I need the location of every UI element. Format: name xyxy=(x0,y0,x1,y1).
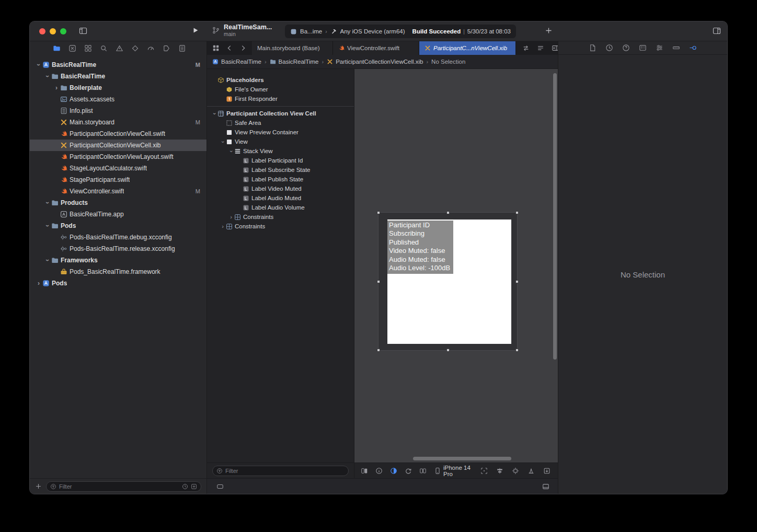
toggle-inspector-icon[interactable] xyxy=(713,27,721,35)
file-row[interactable]: ›Pods xyxy=(30,277,207,289)
debug-icon[interactable] xyxy=(147,44,155,52)
file-row[interactable]: Info.plist xyxy=(30,105,207,117)
disclosure-chevron[interactable]: › xyxy=(220,138,226,145)
breakpoints-icon[interactable] xyxy=(163,44,170,52)
disclosure-chevron[interactable]: › xyxy=(44,257,51,264)
resize-handle[interactable] xyxy=(377,211,380,214)
cell-label-line[interactable]: Audio Muted: false xyxy=(389,256,450,264)
project-navigator-icon[interactable] xyxy=(53,44,61,52)
file-row[interactable]: BasicRealTime.app xyxy=(30,209,207,220)
resize-handle[interactable] xyxy=(377,280,380,283)
file-row[interactable]: StageParticipant.swift xyxy=(30,174,207,186)
assistant-editor-icon[interactable] xyxy=(542,483,549,490)
breadcrumb-item[interactable]: BasicRealTime xyxy=(270,59,319,65)
disclosure-chevron[interactable]: › xyxy=(35,280,42,286)
editor-modes-icon[interactable] xyxy=(361,467,368,475)
zoom-window-button[interactable] xyxy=(60,28,66,34)
file-row[interactable]: ParticipantCollectionViewLayout.swift xyxy=(30,151,207,163)
file-row[interactable]: ›BasicRealTime xyxy=(30,71,207,82)
file-row[interactable]: StageLayoutCalculator.swift xyxy=(30,163,207,174)
related-items-icon[interactable] xyxy=(212,44,220,52)
collection-view-cell[interactable]: Participant IDSubscribingPublishedVideo … xyxy=(387,219,511,344)
outline-row[interactable]: First Responder xyxy=(207,94,354,103)
canvas-options-icon[interactable] xyxy=(216,483,224,490)
file-row[interactable]: Pods-BasicRealTime.debug.xcconfig xyxy=(30,232,207,243)
file-row[interactable]: ›Pods xyxy=(30,220,207,232)
resize-handle[interactable] xyxy=(515,280,519,283)
navigator-filter-input[interactable] xyxy=(59,483,179,490)
toggle-navigator-icon[interactable] xyxy=(79,27,87,35)
file-row[interactable]: ›Frameworks xyxy=(30,255,207,266)
resize-handle[interactable] xyxy=(377,349,380,352)
cell-selection-frame[interactable]: Participant IDSubscribingPublishedVideo … xyxy=(378,212,518,351)
cell-label-line[interactable]: Subscribing xyxy=(389,229,450,238)
disclosure-chevron[interactable]: › xyxy=(228,214,234,220)
run-button[interactable] xyxy=(192,27,199,34)
outline-row[interactable]: ›View xyxy=(207,137,354,146)
symbols-icon[interactable] xyxy=(84,44,92,52)
editor-tab[interactable]: Main.storyboard (Base) xyxy=(252,41,333,55)
canvas-horizontal-scrollbar[interactable] xyxy=(413,457,511,460)
connections-inspector-icon[interactable] xyxy=(689,44,697,52)
align-icon[interactable] xyxy=(496,467,503,475)
disclosure-chevron[interactable]: › xyxy=(44,199,51,206)
file-row[interactable]: ›Products xyxy=(30,197,207,209)
outline-row[interactable]: ›Constraints xyxy=(207,222,354,231)
cell-label-line[interactable]: Published xyxy=(389,238,450,247)
outline-row[interactable]: ›Constraints xyxy=(207,212,354,222)
add-file-icon[interactable] xyxy=(35,483,42,490)
editor-tab[interactable]: ParticipantC...nViewCell.xib xyxy=(419,41,516,55)
run-destination[interactable]: Any iOS Device (arm64) xyxy=(340,28,405,34)
file-row[interactable]: ParticipantCollectionViewCell.swift xyxy=(30,128,207,140)
disclosure-chevron[interactable]: › xyxy=(44,222,51,229)
identity-inspector-icon[interactable] xyxy=(639,44,647,52)
activity-view[interactable]: Ba...ime › Any iOS Device (arm64) Build … xyxy=(285,25,516,38)
quick-help-inspector-icon[interactable] xyxy=(622,44,630,52)
outline-row[interactable]: Label Video Muted xyxy=(207,184,354,193)
attributes-inspector-icon[interactable] xyxy=(656,44,663,52)
editor-options-icon[interactable] xyxy=(537,44,544,52)
file-row[interactable]: Main.storyboardM xyxy=(30,117,207,128)
resize-handle[interactable] xyxy=(515,349,519,352)
outline-row[interactable]: Label Publish State xyxy=(207,175,354,184)
outline-row[interactable]: Safe Area xyxy=(207,118,354,128)
resize-handle[interactable] xyxy=(515,211,519,214)
rotate-device-icon[interactable] xyxy=(405,467,412,475)
file-inspector-icon[interactable] xyxy=(589,44,597,52)
forward-chevron-icon[interactable] xyxy=(239,44,247,52)
source-control-filter-icon[interactable] xyxy=(191,483,197,490)
file-row[interactable]: Pods_BasicRealTime.framework xyxy=(30,266,207,277)
outline-row[interactable]: Label Participant Id xyxy=(207,156,354,165)
device-bezels-icon[interactable] xyxy=(390,467,397,475)
ib-canvas[interactable]: Participant IDSubscribingPublishedVideo … xyxy=(354,69,558,462)
outline-row[interactable]: Label Audio Volume xyxy=(207,203,354,212)
resize-handle[interactable] xyxy=(446,349,450,352)
tests-icon[interactable] xyxy=(131,44,139,52)
outline-row[interactable]: ›Stack View xyxy=(207,146,354,156)
outline-row[interactable]: Label Subscribe State xyxy=(207,165,354,175)
disclosure-chevron[interactable]: › xyxy=(44,73,51,80)
update-frames-icon[interactable] xyxy=(480,467,488,475)
breadcrumb-item[interactable]: ParticipantCollectionViewCell.xib xyxy=(327,59,423,65)
file-row[interactable]: ›Boilerplate xyxy=(30,82,207,94)
device-name[interactable]: iPhone 14 Pro xyxy=(443,465,480,477)
cell-label-line[interactable]: Participant ID xyxy=(389,221,450,229)
size-inspector-icon[interactable] xyxy=(672,44,680,52)
canvas-vertical-scrollbar[interactable] xyxy=(553,73,557,360)
outline-row[interactable]: View Preview Container xyxy=(207,128,354,137)
issues-icon[interactable] xyxy=(116,44,123,52)
device-phone-icon[interactable] xyxy=(434,467,441,475)
file-row[interactable]: ›BasicRealTimeM xyxy=(30,59,207,71)
disclosure-chevron[interactable]: › xyxy=(53,85,60,91)
outline-filter-input[interactable] xyxy=(225,468,345,474)
adjust-variants-icon[interactable] xyxy=(375,467,383,475)
cell-label-line[interactable]: Video Muted: false xyxy=(389,247,450,255)
resolve-autolayout-icon[interactable] xyxy=(527,467,535,475)
editor-tab[interactable]: ViewController.swift xyxy=(333,41,419,55)
close-window-button[interactable] xyxy=(39,28,45,34)
navigator-filter-field[interactable] xyxy=(46,481,201,492)
find-icon[interactable] xyxy=(100,44,108,52)
scheme-name[interactable]: Ba...ime xyxy=(300,28,322,34)
reports-icon[interactable] xyxy=(178,44,186,52)
recent-files-clock-icon[interactable] xyxy=(182,483,188,490)
